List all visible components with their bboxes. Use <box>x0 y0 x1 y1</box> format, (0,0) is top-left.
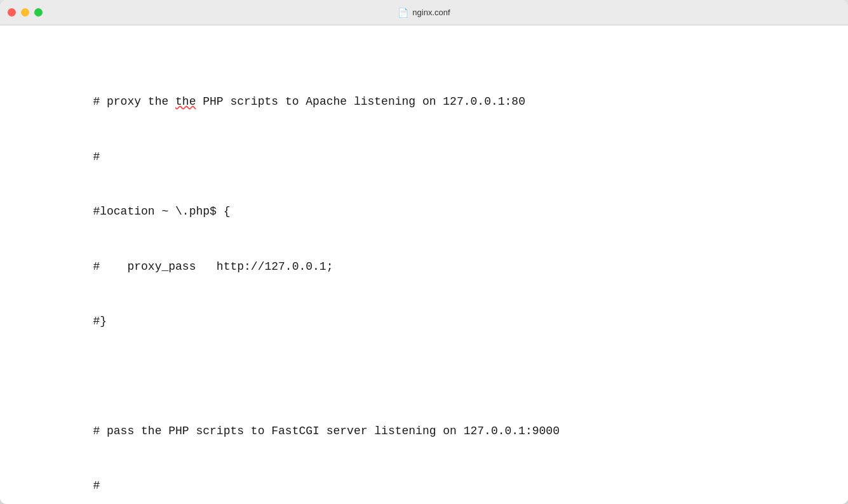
code-line-blank1 <box>38 367 848 385</box>
title-text: nginx.conf <box>412 8 450 17</box>
code-line-3: #location ~ \.php$ { <box>38 202 848 221</box>
window-title: 📄 nginx.conf <box>398 8 450 18</box>
file-icon: 📄 <box>398 8 408 18</box>
maximize-button[interactable] <box>34 8 43 17</box>
traffic-lights <box>8 8 43 17</box>
code-line-7: # pass the PHP scripts to FastCGI server… <box>38 422 848 441</box>
code-line-4: # proxy_pass http://127.0.0.1; <box>38 258 848 276</box>
content-area[interactable]: # proxy the the PHP scripts to Apache li… <box>0 25 848 504</box>
close-button[interactable] <box>8 8 16 17</box>
code-editor: # proxy the the PHP scripts to Apache li… <box>38 38 848 504</box>
code-line-2: # <box>38 148 848 166</box>
minimize-button[interactable] <box>21 8 29 17</box>
window: 📄 nginx.conf # proxy the the PHP scripts… <box>0 0 848 504</box>
squiggly-the: the <box>175 95 196 108</box>
titlebar: 📄 nginx.conf <box>0 0 848 25</box>
code-line-8: # <box>38 477 848 495</box>
code-line-5: #} <box>38 312 848 331</box>
code-line-1: # proxy the the PHP scripts to Apache li… <box>38 93 848 111</box>
